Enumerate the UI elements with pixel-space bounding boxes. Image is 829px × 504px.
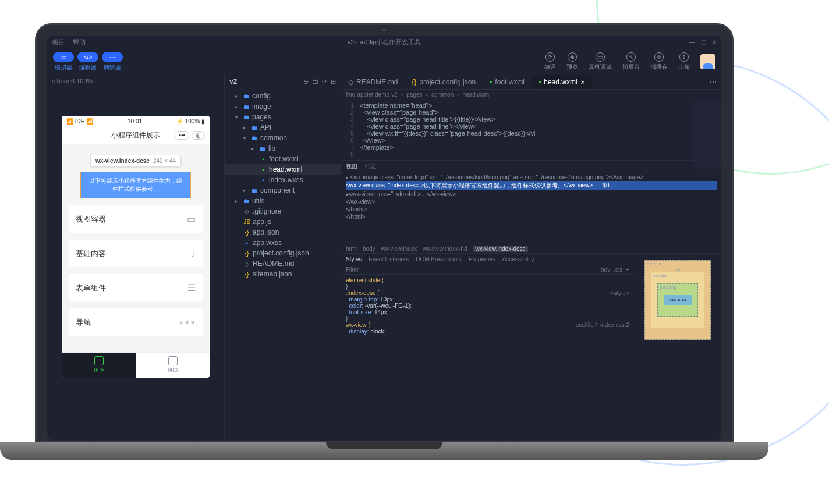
devtools-tab-log[interactable]: 日志 xyxy=(364,162,376,171)
json-icon: {} xyxy=(243,229,250,236)
styles-tab[interactable]: Styles xyxy=(346,256,362,262)
tree-file-foot-wxml[interactable]: ▪foot.wxml xyxy=(225,154,341,164)
code-editor[interactable]: 1<template name="head"> 2 <view class="p… xyxy=(341,100,721,160)
mode-simulator-button[interactable]: ▭模拟器 xyxy=(53,52,74,72)
tree-folder-lib[interactable]: ▸🖿lib xyxy=(225,143,341,154)
menu-card-nav[interactable]: 导航∘∘∘ xyxy=(69,308,203,336)
clear-cache-button[interactable]: ⊘清缓存 xyxy=(650,52,668,71)
elements-breadcrumb[interactable]: htmlbodywx-view.indexwx-view.index-hdwx-… xyxy=(341,244,721,253)
tree-folder-common[interactable]: ▾🖿common xyxy=(225,133,341,143)
menu-card-form[interactable]: 表单组件☰ xyxy=(69,274,203,301)
tree-file-index-wxss[interactable]: ▪index.wxss xyxy=(225,175,341,185)
upload-button[interactable]: ↥上传 xyxy=(678,52,690,71)
wxss-icon: ▪ xyxy=(243,240,250,246)
add-rule-icon[interactable]: + xyxy=(626,267,629,273)
a11y-tab[interactable]: Accessibility xyxy=(502,256,534,262)
highlighted-element[interactable]: 以下将展示小程序官方组件能力，组件样式仅供参考。 xyxy=(80,172,191,198)
styles-filter-input[interactable]: Filter xyxy=(346,267,359,273)
window-title: v2-FinClip小程序开发工具 xyxy=(348,38,421,47)
box-model: margin10 border- padding- 240 × 44 - - - xyxy=(634,254,721,346)
list-icon: ☰ xyxy=(187,282,196,293)
text-icon: 𝕋 xyxy=(189,248,196,259)
folder-icon: 🖿 xyxy=(260,145,266,152)
tree-file-project-config[interactable]: {}project.config.json xyxy=(225,248,341,258)
listeners-tab[interactable]: Event Listeners xyxy=(369,256,409,262)
tab-overflow-icon[interactable]: ⋯ xyxy=(705,78,721,86)
close-icon[interactable]: ✕ xyxy=(580,79,585,86)
elements-panel[interactable]: ▸ <wx-image class="index-logo" src="../r… xyxy=(341,172,721,244)
tab-head-wxml[interactable]: ▪head.wxml✕ xyxy=(532,75,592,89)
tree-folder-component[interactable]: ▸🖿component xyxy=(225,185,341,196)
editor-tabs: ◇README.md {}project.config.json ▪foot.w… xyxy=(341,75,721,90)
properties-tab[interactable]: Properties xyxy=(469,256,495,262)
toolbar: ▭模拟器 </>编辑器 ⋯调试器 ⟳编译 ◉预览 ▭真机调试 ⇱切后台 ⊘清缓存… xyxy=(47,48,721,75)
tree-file-gitignore[interactable]: ◇.gitignore xyxy=(225,206,341,216)
preview-button[interactable]: ◉预览 xyxy=(566,52,578,71)
menu-card-view-container[interactable]: 视图容器▭ xyxy=(69,205,203,233)
explorer-root[interactable]: v2 xyxy=(229,77,237,86)
json-icon: {} xyxy=(243,271,250,278)
md-icon: ◇ xyxy=(243,261,250,267)
tab-project-config[interactable]: {}project.config.json xyxy=(405,75,483,89)
remote-debug-button[interactable]: ▭真机调试 xyxy=(589,52,612,71)
user-avatar[interactable] xyxy=(700,54,715,69)
new-folder-icon[interactable]: 🗀 xyxy=(312,78,318,86)
breadcrumb[interactable]: fino-applet-demo-v2›pages›common›head.wx… xyxy=(341,90,721,100)
status-time: 10:01 xyxy=(127,118,142,125)
tree-folder-pages[interactable]: ▾🖿pages xyxy=(225,112,341,122)
dom-bp-tab[interactable]: DOM Breakpoints xyxy=(416,256,462,262)
folder-icon: 🖿 xyxy=(243,197,250,204)
tabbar-components[interactable]: 组件 xyxy=(62,353,136,378)
file-explorer: v2 ⊕ 🗀 ⟳ ⊟ ▸🖿config ▸🖿image ▾🖿pages ▸🖿AP… xyxy=(225,75,341,441)
menu-project[interactable]: 项目 xyxy=(52,38,65,47)
tree-file-sitemap[interactable]: {}sitemap.json xyxy=(225,269,341,279)
editor-area: ◇README.md {}project.config.json ▪foot.w… xyxy=(341,75,721,441)
view-container-icon: ▭ xyxy=(187,214,196,225)
cls-button[interactable]: .cls xyxy=(614,267,622,273)
collapse-icon[interactable]: ⊟ xyxy=(331,78,336,86)
tab-foot-wxml[interactable]: ▪foot.wxml xyxy=(483,75,532,89)
compile-button[interactable]: ⟳编译 xyxy=(544,52,556,71)
wxml-icon: ▪ xyxy=(260,166,267,173)
tree-folder-image[interactable]: ▸🖿image xyxy=(225,101,341,112)
ide-window: 项目 帮助 v2-FinClip小程序开发工具 — ▢ ✕ ▭模拟器 </>编辑… xyxy=(47,36,721,441)
folder-icon: 🖿 xyxy=(251,124,258,131)
tree-file-appwxss[interactable]: ▪app.wxss xyxy=(225,237,341,248)
tree-file-appjson[interactable]: {}app.json xyxy=(225,227,341,237)
grid-icon xyxy=(94,356,104,365)
mode-debugger-button[interactable]: ⋯调试器 xyxy=(102,52,123,72)
window-close-icon[interactable]: ✕ xyxy=(712,39,717,45)
devtools-tab-view[interactable]: 视图 xyxy=(346,162,357,171)
tree-folder-api[interactable]: ▸🖿API xyxy=(225,122,341,133)
background-button[interactable]: ⇱切后台 xyxy=(622,52,640,71)
devtools-panel: 视图 日志 ▸ <wx-image class="index-logo" src… xyxy=(341,160,721,346)
tree-file-head-wxml[interactable]: ▪head.wxml xyxy=(225,164,341,175)
nav-title: 小程序组件展示 xyxy=(111,130,160,140)
menu-card-basic-content[interactable]: 基础内容𝕋 xyxy=(69,240,203,267)
refresh-icon[interactable]: ⟳ xyxy=(322,78,327,86)
phone-preview: 📶 IDE 📶 10:01 ⚡ 100% ▮ 小程序组件展示 •••◎ wx- xyxy=(62,116,210,378)
menu-help[interactable]: 帮助 xyxy=(73,38,86,47)
capsule-menu-icon[interactable]: ••• xyxy=(175,131,189,140)
folder-icon: 🖿 xyxy=(251,187,258,194)
window-maximize-icon[interactable]: ▢ xyxy=(701,39,706,45)
tabbar-api[interactable]: 接口 xyxy=(136,353,210,378)
capsule-close-icon[interactable]: ◎ xyxy=(192,131,205,140)
laptop-frame: 项目 帮助 v2-FinClip小程序开发工具 — ▢ ✕ ▭模拟器 </>编辑… xyxy=(35,23,734,477)
simulator-panel: iphone6 100% 📶 IDE 📶 10:01 ⚡ 100% ▮ 小程序组… xyxy=(47,75,225,441)
folder-icon: 🖿 xyxy=(243,103,250,110)
tab-readme[interactable]: ◇README.md xyxy=(341,75,405,89)
tree-file-appjs[interactable]: JSapp.js xyxy=(225,216,341,227)
tree-folder-utils[interactable]: ▸🖿utils xyxy=(225,196,341,206)
hov-button[interactable]: :hov xyxy=(599,267,610,273)
window-minimize-icon[interactable]: — xyxy=(689,39,695,45)
styles-body[interactable]: element.style { } .index-desc {<style> m… xyxy=(341,275,634,337)
mode-editor-button[interactable]: </>编辑器 xyxy=(77,52,98,72)
minimap[interactable] xyxy=(692,100,721,169)
new-file-icon[interactable]: ⊕ xyxy=(303,78,309,86)
json-icon: {} xyxy=(243,250,250,257)
api-icon xyxy=(168,356,178,365)
tree-folder-config[interactable]: ▸🖿config xyxy=(225,91,341,101)
tree-file-readme[interactable]: ◇README.md xyxy=(225,258,341,269)
device-info[interactable]: iphone6 100% xyxy=(47,75,224,87)
